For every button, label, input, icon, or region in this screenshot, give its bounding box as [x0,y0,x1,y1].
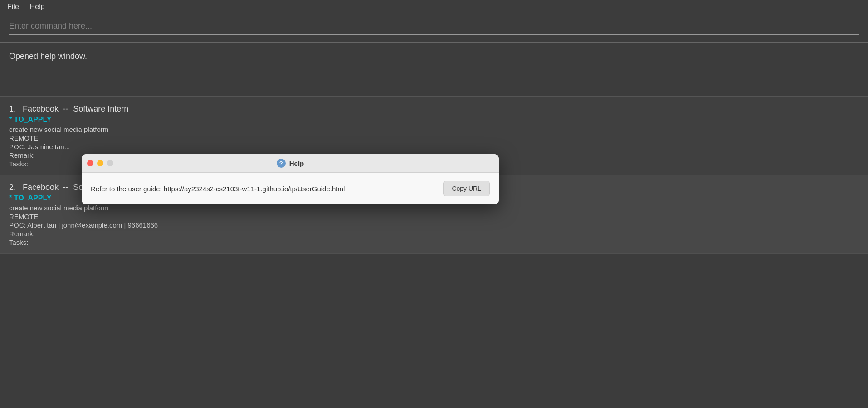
job-remote-2: REMOTE [9,213,859,220]
command-area [0,14,868,43]
job-description-2: create new social media platform [9,204,859,212]
maximize-button[interactable] [107,160,113,166]
modal-title-area: ? Help [277,159,304,168]
command-input[interactable] [9,21,859,31]
job-remark-2: Remark: [9,230,859,238]
command-divider [9,34,859,35]
minimize-button[interactable] [97,160,103,166]
output-area: Opened help window. [0,43,868,97]
modal-body: Refer to the user guide: https://ay2324s… [82,173,499,204]
output-text: Opened help window. [9,52,87,61]
modal-title-text: Help [289,160,304,167]
job-status-1: * TO_APPLY [9,116,859,124]
menu-help[interactable]: Help [30,3,45,11]
job-description-1: create new social media platform [9,126,859,133]
menu-file[interactable]: File [7,3,19,11]
help-modal[interactable]: ? Help Refer to the user guide: https://… [82,154,499,204]
job-tasks-2: Tasks: [9,238,859,246]
close-button[interactable] [87,160,93,166]
job-poc-1: POC: Jasmine tan... [9,143,859,151]
job-title-1: 1. Facebook -- Software Intern [9,104,859,114]
job-remote-1: REMOTE [9,134,859,142]
help-icon: ? [277,159,286,168]
menu-bar: File Help [0,0,868,14]
traffic-lights [87,160,113,166]
copy-url-button[interactable]: Copy URL [443,181,490,196]
modal-guide-text: Refer to the user guide: https://ay2324s… [91,185,436,193]
job-poc-2: POC: Albert tan | john@example.com | 966… [9,221,859,229]
modal-titlebar: ? Help [82,154,499,173]
